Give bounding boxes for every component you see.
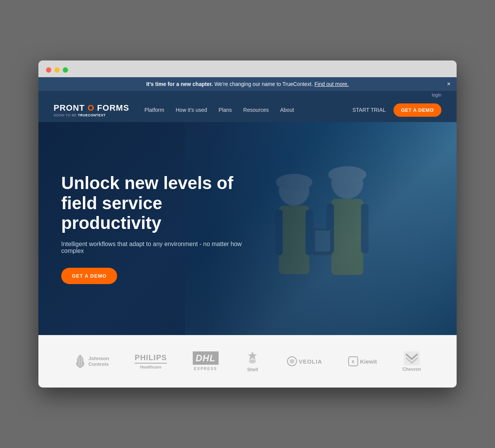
kiewit-label: Kiewit <box>360 358 377 365</box>
browser-window: It's time for a new chapter. We're chang… <box>38 60 457 388</box>
shell-icon <box>244 350 261 365</box>
start-trial-link[interactable]: START TRIAL <box>352 107 386 113</box>
logo-subtitle: SOON TO BE TRUECONTEXT <box>54 113 129 117</box>
svg-point-14 <box>290 359 294 364</box>
browser-chrome <box>38 60 457 77</box>
dhl-sub: EXPRESS <box>194 367 217 371</box>
logo-accent: O <box>87 103 94 113</box>
login-link[interactable]: login <box>432 92 441 98</box>
shell-label: Shell <box>247 367 258 372</box>
nav-resources[interactable]: Resources <box>243 107 269 113</box>
dhl-brand: DHL <box>193 352 219 364</box>
hero-subtitle: Intelligent workflows that adapt to any … <box>61 241 263 254</box>
hero-cta-button[interactable]: GET A DEMO <box>61 268 117 284</box>
nav-actions: START TRIAL GET A DEMO <box>352 103 441 117</box>
minimize-button[interactable] <box>54 67 60 73</box>
veolia-label: VEOLIA <box>299 358 322 365</box>
partners-strip: Johnson Controls PHILIPS Healthcare DHL … <box>38 335 457 388</box>
hero-content: Unlock new levels of field service produ… <box>38 173 286 284</box>
nav-how-used[interactable]: How it's used <box>176 107 207 113</box>
philips-brand: PHILIPS <box>135 353 167 364</box>
nav-plans[interactable]: Plans <box>219 107 232 113</box>
nav-platform[interactable]: Platform <box>144 107 164 113</box>
partner-chevron: Chevron <box>403 351 421 372</box>
nav-links: Platform How it's used Plans Resources A… <box>144 107 352 113</box>
get-demo-button[interactable]: GET A DEMO <box>393 103 441 117</box>
announcement-bold: It's time for a new chapter. <box>146 81 213 87</box>
partner-shell: Shell <box>244 350 261 372</box>
partner-kiewit: K Kiewit <box>348 354 377 369</box>
jc-name-line2: Controls <box>89 361 109 367</box>
jc-name-line1: Johnson <box>89 356 109 361</box>
partner-dhl: DHL EXPRESS <box>193 352 219 371</box>
announcement-close[interactable]: × <box>447 81 451 87</box>
logo-area[interactable]: PRONT O FORMS SOON TO BE TRUECONTEXT <box>54 103 129 117</box>
johnson-controls-icon <box>74 354 86 369</box>
kiewit-icon: K <box>348 354 359 369</box>
navbar: PRONT O FORMS SOON TO BE TRUECONTEXT Pla… <box>38 98 457 122</box>
announcement-link[interactable]: Find out more. <box>314 81 349 87</box>
announcement-normal: We're changing our name to TrueContext. <box>214 81 313 87</box>
svg-point-12 <box>249 359 256 364</box>
hero-title: Unlock new levels of field service produ… <box>61 173 263 234</box>
close-button[interactable] <box>46 67 51 73</box>
chevron-label: Chevron <box>403 367 421 372</box>
hero-section: Unlock new levels of field service produ… <box>38 122 457 335</box>
partner-philips: PHILIPS Healthcare <box>135 353 167 369</box>
veolia-icon <box>287 354 297 369</box>
nav-top-bar: login <box>38 91 457 98</box>
maximize-button[interactable] <box>63 67 68 73</box>
announcement-bar: It's time for a new chapter. We're chang… <box>38 77 457 91</box>
partner-johnson-controls: Johnson Controls <box>74 354 109 369</box>
nav-about[interactable]: About <box>280 107 294 113</box>
logo-text: PRONT O FORMS <box>54 103 129 113</box>
announcement-text: It's time for a new chapter. We're chang… <box>146 81 349 87</box>
svg-text:K: K <box>352 360 355 364</box>
partner-veolia: VEOLIA <box>287 354 322 369</box>
philips-sub: Healthcare <box>140 365 162 369</box>
chevron-icon <box>403 351 420 366</box>
